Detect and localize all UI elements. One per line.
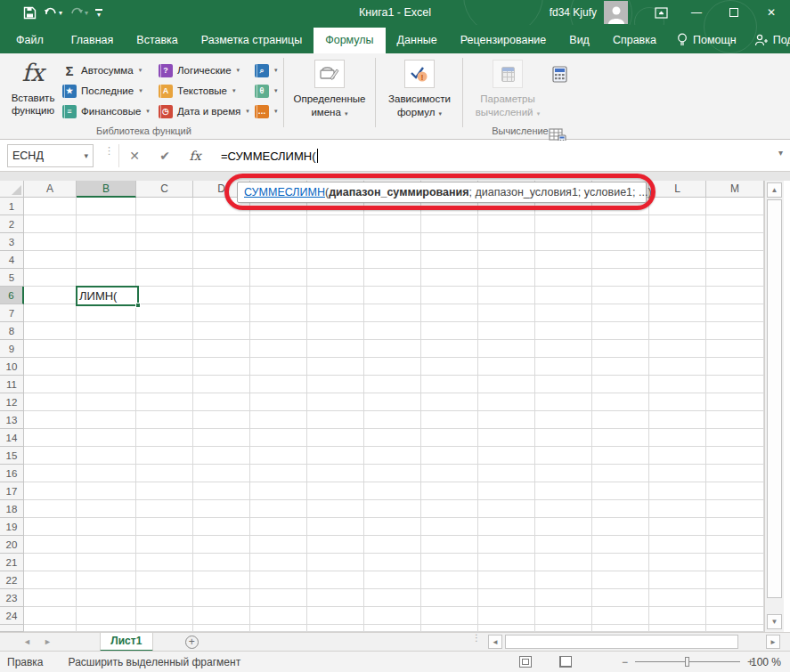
- cell-L16[interactable]: [649, 465, 706, 482]
- cell-D22[interactable]: [193, 571, 250, 589]
- cell-J3[interactable]: [535, 233, 592, 251]
- cell-J7[interactable]: [535, 304, 592, 322]
- row-header-4[interactable]: 4: [0, 251, 24, 269]
- cell-E24[interactable]: [250, 607, 307, 625]
- cell-G7[interactable]: [364, 304, 421, 322]
- cell-C14[interactable]: [136, 429, 193, 447]
- row-header-15[interactable]: 15: [0, 447, 24, 465]
- cell-G14[interactable]: [364, 429, 421, 447]
- sheet-nav-arrows[interactable]: ◄►: [23, 637, 64, 646]
- cell-C20[interactable]: [136, 536, 193, 554]
- cell-E10[interactable]: [250, 358, 307, 376]
- cell-F20[interactable]: [307, 536, 364, 554]
- zoom-level[interactable]: 100 %: [751, 656, 781, 668]
- cell-A1[interactable]: [24, 198, 77, 215]
- cell-L24[interactable]: [649, 607, 706, 625]
- cell-A6[interactable]: [24, 287, 77, 304]
- cell-D21[interactable]: [193, 554, 250, 571]
- cell-J16[interactable]: [535, 465, 592, 482]
- cell-E15[interactable]: [250, 447, 307, 465]
- cell-F11[interactable]: [307, 376, 364, 393]
- cell-I15[interactable]: [478, 447, 535, 465]
- cell-G8[interactable]: [364, 322, 421, 340]
- cell-H2[interactable]: [421, 215, 478, 233]
- cell-B19[interactable]: [77, 518, 136, 536]
- tab-file[interactable]: Файл: [0, 28, 60, 53]
- cell-H9[interactable]: [421, 340, 478, 358]
- cell-B21[interactable]: [77, 554, 136, 571]
- cell-D6[interactable]: [193, 287, 250, 304]
- cell-A12[interactable]: [24, 393, 77, 411]
- column-header-B[interactable]: B: [77, 181, 136, 198]
- row-header-10[interactable]: 10: [0, 358, 24, 376]
- zoom-slider[interactable]: [635, 661, 740, 662]
- cell-M12[interactable]: [706, 393, 764, 411]
- row-header-partial[interactable]: [0, 625, 24, 632]
- cell-B1[interactable]: [77, 198, 136, 215]
- row-header-23[interactable]: 23: [0, 589, 24, 607]
- cell-G16[interactable]: [364, 465, 421, 482]
- row-header-9[interactable]: 9: [0, 340, 24, 358]
- more-functions-button[interactable]: …▾: [255, 101, 278, 121]
- cell-partial[interactable]: [77, 625, 136, 632]
- cell-B20[interactable]: [77, 536, 136, 554]
- cell-H13[interactable]: [421, 411, 478, 429]
- spreadsheet-grid[interactable]: ABCDEFGHIJKLM 12345678910111213141516171…: [0, 181, 764, 632]
- cell-G19[interactable]: [364, 518, 421, 536]
- cell-C7[interactable]: [136, 304, 193, 322]
- cell-M10[interactable]: [706, 358, 764, 376]
- cell-H8[interactable]: [421, 322, 478, 340]
- cell-D9[interactable]: [193, 340, 250, 358]
- cell-H3[interactable]: [421, 233, 478, 251]
- cell-B7[interactable]: [77, 304, 136, 322]
- cell-M3[interactable]: [706, 233, 764, 251]
- name-box[interactable]: ЕСНД ▾: [7, 144, 94, 167]
- cell-A18[interactable]: [24, 500, 77, 518]
- cell-K14[interactable]: [592, 429, 649, 447]
- cell-C5[interactable]: [136, 269, 193, 287]
- cell-D10[interactable]: [193, 358, 250, 376]
- lookup-reference-button[interactable]: ⌕▾: [255, 61, 278, 80]
- cell-E19[interactable]: [250, 518, 307, 536]
- cell-L6[interactable]: [649, 287, 706, 304]
- cell-B9[interactable]: [77, 340, 136, 358]
- cell-M19[interactable]: [706, 518, 764, 536]
- row-header-6[interactable]: 6: [0, 287, 24, 304]
- cell-B12[interactable]: [77, 393, 136, 411]
- cell-H17[interactable]: [421, 482, 478, 500]
- cell-I21[interactable]: [478, 554, 535, 571]
- tab-8[interactable]: Справка: [601, 28, 668, 53]
- cell-M1[interactable]: [706, 198, 764, 215]
- cell-A9[interactable]: [24, 340, 77, 358]
- zoom-slider-thumb[interactable]: [685, 657, 689, 667]
- cell-D8[interactable]: [193, 322, 250, 340]
- minimize-button[interactable]: —: [678, 0, 715, 25]
- cell-D19[interactable]: [193, 518, 250, 536]
- cell-F19[interactable]: [307, 518, 364, 536]
- cell-K6[interactable]: [592, 287, 649, 304]
- cell-C11[interactable]: [136, 376, 193, 393]
- cell-K19[interactable]: [592, 518, 649, 536]
- cell-D3[interactable]: [193, 233, 250, 251]
- cell-J18[interactable]: [535, 500, 592, 518]
- cell-F16[interactable]: [307, 465, 364, 482]
- cell-M17[interactable]: [706, 482, 764, 500]
- cell-M13[interactable]: [706, 411, 764, 429]
- cell-J8[interactable]: [535, 322, 592, 340]
- row-header-12[interactable]: 12: [0, 393, 24, 411]
- cell-C1[interactable]: [136, 198, 193, 215]
- cell-A13[interactable]: [24, 411, 77, 429]
- formula-input[interactable]: =СУММЕСЛИМН(: [221, 144, 318, 167]
- cell-C3[interactable]: [136, 233, 193, 251]
- row-header-5[interactable]: 5: [0, 269, 24, 287]
- cell-I10[interactable]: [478, 358, 535, 376]
- cell-G24[interactable]: [364, 607, 421, 625]
- cell-C12[interactable]: [136, 393, 193, 411]
- cell-M20[interactable]: [706, 536, 764, 554]
- cell-L1[interactable]: [649, 198, 706, 215]
- tab-7[interactable]: Вид: [558, 28, 601, 53]
- cell-A2[interactable]: [24, 215, 77, 233]
- cell-partial[interactable]: [535, 625, 592, 632]
- cell-F14[interactable]: [307, 429, 364, 447]
- cell-A23[interactable]: [24, 589, 77, 607]
